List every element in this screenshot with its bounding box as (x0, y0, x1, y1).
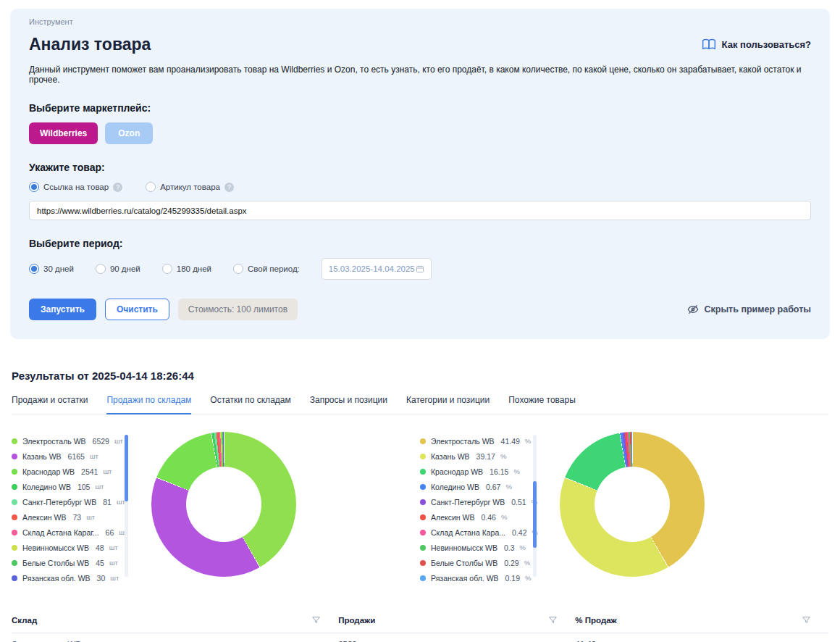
legend-value: 0.42 (512, 528, 526, 537)
legend-unit: шт (103, 467, 112, 475)
legend-color-dot (12, 499, 17, 505)
results-section: Результаты от 2025-04-14 18:26:44 Продаж… (0, 370, 840, 642)
table-row[interactable]: Электросталь WB652941.49 (12, 633, 828, 642)
tool-card: Инструмент Анализ товара Как пользоватьс… (10, 9, 830, 339)
legend-value: 30 (97, 574, 106, 583)
legend-label: Белые Столбы WB (22, 559, 89, 567)
legend-item[interactable]: Краснодар WB2541шт (12, 464, 122, 479)
legend-color-dot (420, 438, 426, 444)
marketplace-ozon-button[interactable]: Ozon (105, 122, 153, 144)
radio-selected-icon[interactable] (29, 264, 39, 274)
legend-scrollbar[interactable] (533, 435, 537, 577)
marketplace-label: Выберите маркетплейс: (29, 102, 811, 114)
radio-period-90[interactable]: 90 дней (96, 264, 140, 274)
product-url-input[interactable] (29, 201, 811, 220)
legend-label: Санкт-Петербург WB (22, 498, 96, 506)
run-button[interactable]: Запустить (29, 299, 96, 320)
legend-color-dot (420, 545, 426, 551)
radio-period-30[interactable]: 30 дней (29, 264, 74, 274)
donut-chart-percent[interactable] (560, 432, 705, 577)
legend-label: Казань WB (22, 452, 62, 461)
legend-item[interactable]: Краснодар WB16.15% (420, 464, 530, 479)
legend-item[interactable]: Белые Столбы WB45шт (12, 555, 122, 570)
clear-button[interactable]: Очистить (105, 299, 169, 320)
legend-color-dot (12, 575, 17, 581)
custom-period-value: 15.03.2025-14.04.2025 (329, 264, 415, 273)
legend-item[interactable]: Белые Столбы WB0.29% (420, 555, 530, 570)
legend-item[interactable]: Невинномысск WB0.3% (420, 540, 530, 555)
legend-color-dot (12, 484, 17, 490)
table-cell: 6529 (338, 633, 575, 642)
tab-2[interactable]: Продажи по складам (106, 395, 191, 414)
legend-item[interactable]: Казань WB6165шт (12, 449, 122, 464)
marketplace-wildberries-button[interactable]: Wildberries (29, 122, 98, 144)
legend-value: 6165 (68, 452, 85, 461)
radio-product-article[interactable]: Артикул товара ? (146, 182, 234, 192)
legend-scrollbar-thumb[interactable] (125, 435, 128, 501)
radio-period-180[interactable]: 180 дней (162, 264, 211, 274)
radio-selected-icon[interactable] (29, 182, 39, 192)
calendar-icon (416, 264, 424, 273)
tab-1[interactable]: Продажи и остатки (12, 395, 88, 414)
radio-unselected-icon[interactable] (96, 264, 106, 274)
legend-item[interactable]: Электросталь WB41.49% (420, 433, 530, 449)
legend-color-dot (12, 530, 17, 535)
filter-icon[interactable] (548, 615, 558, 625)
radio-unselected-icon[interactable] (146, 182, 156, 192)
filter-icon[interactable] (311, 615, 321, 625)
legend-item[interactable]: Алексин WB0.46% (420, 509, 530, 525)
legend-scrollbar[interactable] (125, 435, 128, 577)
legend-label: Рязанская обл. WB (431, 574, 499, 583)
legend-item[interactable]: Казань WB39.17% (420, 449, 530, 464)
legend-item[interactable]: Санкт-Петербург WB0.51% (420, 494, 530, 509)
legend-item[interactable]: Электросталь WB6529шт (12, 433, 122, 449)
legend-item[interactable]: Санкт-Петербург WB81шт (12, 494, 122, 509)
legend-label: Невинномысск WB (431, 543, 497, 552)
help-icon[interactable]: ? (224, 183, 234, 192)
legend-color-dot (420, 560, 426, 566)
sales-percent-chart: Электросталь WB41.49%Казань WB39.17%Крас… (420, 432, 828, 585)
radio-unselected-icon[interactable] (162, 264, 172, 274)
legend-label: Коледино WB (431, 483, 479, 491)
legend-item[interactable]: Коледино WB0.67% (420, 479, 530, 494)
legend-value: 81 (103, 498, 112, 506)
tab-6[interactable]: Похожие товары (508, 395, 576, 414)
tab-5[interactable]: Категории и позиции (406, 395, 490, 414)
legend-item[interactable]: Склад Астана Караг...66шт (12, 525, 122, 540)
legend-value: 16.15 (490, 467, 508, 476)
radio-product-article-label: Артикул товара (160, 183, 220, 191)
legend-scrollbar-thumb[interactable] (533, 481, 537, 548)
legend-label: Склад Астана Кара... (431, 528, 505, 537)
help-icon[interactable]: ? (113, 183, 122, 192)
product-label: Укажите товар: (29, 162, 811, 173)
legend-color-dot (12, 545, 17, 551)
tab-4[interactable]: Запросы и позиции (310, 395, 387, 414)
radio-product-link[interactable]: Ссылка на товар ? (29, 182, 122, 192)
how-to-use-link[interactable]: Как пользоваться? (702, 38, 811, 51)
legend-label: Алексин WB (22, 513, 66, 522)
results-title: Результаты от 2025-04-14 18:26:44 (12, 370, 828, 382)
legend-item[interactable]: Коледино WB105шт (12, 479, 122, 494)
legend-item[interactable]: Алексин WB73шт (12, 509, 122, 525)
legend-label: Краснодар WB (431, 467, 483, 476)
legend-unit: % (500, 452, 506, 460)
table-body: Электросталь WB652941.49Казань WB616539.… (12, 633, 828, 642)
table-header-row: СкладПродажи% Продаж (12, 607, 828, 633)
legend-unit: шт (109, 543, 118, 551)
hide-example-link[interactable]: Скрыть пример работы (687, 304, 811, 315)
legend-unit: шт (114, 437, 123, 445)
custom-period-input[interactable]: 15.03.2025-14.04.2025 (322, 258, 432, 280)
filter-icon[interactable] (802, 615, 811, 625)
legend-color-dot (420, 530, 426, 535)
tab-3[interactable]: Остатки по складам (210, 395, 290, 414)
legend-item[interactable]: Невинномысск WB48шт (12, 540, 122, 555)
book-icon (702, 38, 716, 51)
radio-unselected-icon[interactable] (233, 264, 243, 274)
donut-chart-units[interactable] (151, 432, 296, 577)
legend-item[interactable]: Рязанская обл. WB30шт (12, 570, 122, 585)
column-header: Склад (12, 616, 37, 625)
legend-item[interactable]: Рязанская обл. WB0.19% (420, 570, 530, 585)
period-label: Выберите период: (29, 238, 811, 249)
radio-period-custom[interactable]: Свой период: (233, 264, 300, 274)
legend-item[interactable]: Склад Астана Кара...0.42% (420, 525, 530, 540)
